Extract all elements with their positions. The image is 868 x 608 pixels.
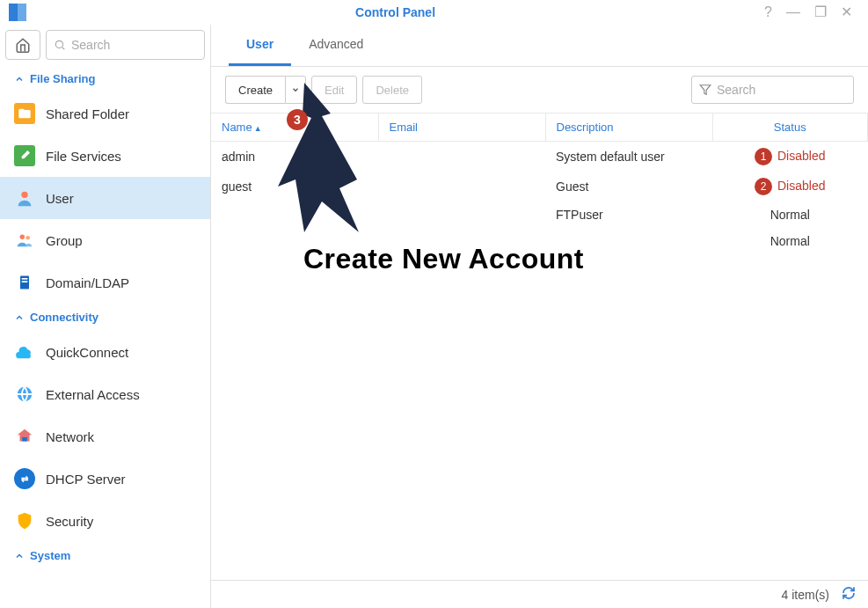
sidebar-search-input[interactable]: Search [46, 30, 205, 60]
svg-point-0 [55, 40, 62, 48]
sidebar-item-label: Group [46, 233, 83, 248]
section-file-sharing-label: File Sharing [30, 72, 95, 85]
col-status[interactable]: Status [712, 114, 868, 142]
chevron-up-icon [14, 74, 25, 84]
sidebar-item-label: Network [46, 429, 94, 444]
domain-ldap-icon [14, 272, 35, 293]
sidebar-search-placeholder: Search [71, 38, 110, 52]
item-count: 4 item(s) [782, 588, 829, 602]
sidebar-item-domain-ldap[interactable]: Domain/LDAP [0, 261, 210, 304]
chevron-down-icon [291, 85, 300, 94]
user-icon [14, 187, 35, 209]
user-table: Name▲ Email Description Status adminSyst… [211, 113, 868, 254]
sidebar-item-shared-folder[interactable]: Shared Folder [0, 92, 210, 135]
sidebar-item-label: User [46, 191, 74, 206]
security-icon [14, 510, 35, 531]
svg-rect-9 [22, 437, 27, 442]
table-row[interactable]: FTPuserNormal [211, 201, 868, 228]
sidebar-item-dhcp-server[interactable]: ⇄ DHCP Server [0, 458, 210, 500]
help-button[interactable]: ? [757, 4, 779, 20]
sidebar-item-label: Domain/LDAP [46, 275, 129, 290]
sidebar-item-label: External Access [46, 387, 140, 402]
sidebar-item-label: Security [46, 514, 93, 529]
cell-name: admin [211, 142, 378, 172]
main-panel: User Advanced Create Edit Delete Search [211, 25, 868, 608]
svg-marker-10 [700, 85, 711, 95]
cell-description: Guest [545, 172, 712, 201]
col-name[interactable]: Name▲ [211, 114, 378, 142]
cell-status: Normal [712, 228, 868, 254]
cell-description: System default user [545, 142, 712, 172]
col-email[interactable]: Email [378, 114, 545, 142]
shared-folder-icon [14, 103, 35, 124]
cell-email [378, 172, 545, 201]
sidebar-item-label: File Services [46, 149, 121, 164]
quickconnect-icon [14, 341, 35, 363]
svg-rect-6 [22, 278, 28, 280]
tab-user[interactable]: User [229, 25, 291, 66]
tab-advanced[interactable]: Advanced [291, 25, 381, 66]
network-icon [14, 426, 35, 447]
sidebar-item-user[interactable]: User [0, 177, 210, 219]
tab-bar: User Advanced [211, 25, 868, 67]
sidebar-item-security[interactable]: Security [0, 500, 210, 542]
sidebar: Search File Sharing Shared Folder File S… [0, 25, 211, 608]
minimize-button[interactable]: — [779, 4, 807, 20]
cell-name [211, 228, 378, 254]
table-search-placeholder: Search [717, 83, 755, 97]
sidebar-item-group[interactable]: Group [0, 219, 210, 261]
svg-point-3 [20, 235, 26, 240]
group-icon [14, 230, 35, 251]
dhcp-server-icon: ⇄ [14, 468, 35, 489]
section-file-sharing[interactable]: File Sharing [0, 65, 210, 92]
refresh-icon [842, 586, 856, 600]
svg-rect-7 [22, 281, 28, 282]
cell-email [378, 142, 545, 172]
sidebar-item-label: Shared Folder [46, 106, 129, 121]
cell-name: guest [211, 172, 378, 201]
external-access-icon [14, 384, 35, 405]
svg-point-4 [26, 236, 30, 240]
sidebar-item-file-services[interactable]: File Services [0, 135, 210, 177]
sidebar-item-external-access[interactable]: External Access [0, 373, 210, 415]
restore-button[interactable]: ❐ [807, 4, 834, 20]
cell-name [211, 201, 378, 228]
status-bar: 4 item(s) [211, 580, 868, 608]
delete-button[interactable]: Delete [362, 76, 422, 104]
section-system-label: System [30, 549, 70, 562]
app-icon [9, 4, 26, 21]
edit-button[interactable]: Edit [311, 76, 357, 104]
status-badge: 1 [755, 148, 772, 165]
cell-status: 1Disabled [712, 142, 868, 172]
section-connectivity[interactable]: Connectivity [0, 304, 210, 331]
section-connectivity-label: Connectivity [30, 311, 98, 324]
search-icon [54, 39, 66, 51]
svg-point-2 [21, 192, 27, 198]
toolbar: Create Edit Delete Search [211, 67, 868, 113]
file-services-icon [14, 145, 35, 166]
home-button[interactable] [5, 30, 40, 60]
table-row[interactable]: guestGuest2Disabled [211, 172, 868, 201]
status-badge: 2 [755, 178, 772, 195]
col-description[interactable]: Description [545, 114, 712, 142]
sidebar-item-label: QuickConnect [46, 345, 128, 360]
close-button[interactable]: ✕ [834, 4, 859, 20]
refresh-button[interactable] [842, 586, 856, 603]
cell-status: 2Disabled [712, 172, 868, 201]
cell-description: FTPuser [545, 201, 712, 228]
sidebar-item-quickconnect[interactable]: QuickConnect [0, 331, 210, 373]
svg-line-1 [62, 48, 65, 50]
cell-status: Normal [712, 201, 868, 228]
table-search-input[interactable]: Search [691, 76, 854, 104]
create-dropdown[interactable] [285, 76, 306, 104]
cell-email [378, 201, 545, 228]
cell-description [545, 228, 712, 254]
window-title: Control Panel [33, 5, 757, 19]
cell-email [378, 228, 545, 254]
table-row[interactable]: Normal [211, 228, 868, 254]
section-system[interactable]: System [0, 542, 210, 569]
table-row[interactable]: adminSystem default user1Disabled [211, 142, 868, 172]
chevron-up-icon [14, 312, 25, 323]
sidebar-item-network[interactable]: Network [0, 415, 210, 458]
create-button[interactable]: Create [225, 76, 285, 104]
